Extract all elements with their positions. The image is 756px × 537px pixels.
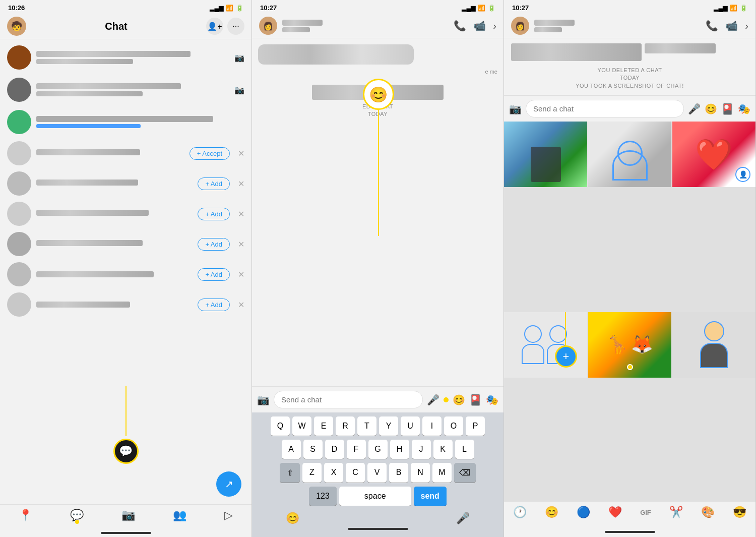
add-button[interactable]: + Add — [198, 208, 230, 220]
key-space[interactable]: space — [339, 487, 411, 506]
sticker-cell-heart[interactable]: ❤️ 👤 — [672, 122, 755, 187]
key-y[interactable]: Y — [379, 416, 398, 436]
key-w[interactable]: W — [292, 416, 311, 436]
sticker-cell-avatar1[interactable] — [588, 122, 671, 187]
palette-icon[interactable]: 🎨 — [701, 506, 715, 519]
chat-input-2[interactable] — [274, 391, 423, 408]
chat-nav-highlight[interactable]: 💬 — [113, 439, 139, 464]
bitmoji-sticker-icon[interactable]: 🔵 — [577, 506, 590, 519]
gif-icon[interactable]: GIF — [640, 509, 651, 516]
add-button[interactable]: + Add — [198, 238, 230, 251]
key-backspace[interactable]: ⌫ — [454, 463, 476, 483]
chat-input-3[interactable] — [526, 100, 684, 117]
key-g[interactable]: G — [368, 440, 388, 459]
list-item[interactable]: + Add ✕ — [0, 168, 251, 199]
emoji-sticker-icon[interactable]: 😊 — [545, 506, 558, 519]
key-i[interactable]: I — [422, 416, 442, 436]
key-n[interactable]: N — [411, 463, 430, 483]
sticker-icon[interactable]: 🎴 — [469, 394, 482, 406]
add-button[interactable]: + Add — [198, 299, 230, 311]
sticker-cell-avatar3[interactable] — [672, 312, 755, 378]
list-item[interactable] — [0, 106, 251, 138]
list-item[interactable]: 📷 — [0, 41, 251, 74]
nav-friends[interactable]: 👥 — [173, 509, 186, 522]
key-q[interactable]: Q — [271, 416, 290, 436]
key-k[interactable]: K — [433, 440, 453, 459]
recent-icon[interactable]: 🕐 — [513, 506, 527, 519]
user-avatar[interactable]: 🧒 — [7, 17, 26, 36]
bitmoji-icon[interactable]: 🎭 — [486, 394, 498, 406]
list-item[interactable]: 📷 — [0, 74, 251, 106]
nav-map[interactable]: 📍 — [19, 509, 32, 522]
key-b[interactable]: B — [389, 463, 408, 483]
key-e[interactable]: E — [314, 416, 333, 436]
nav-chat[interactable]: 💬 — [70, 509, 84, 522]
sticker-icon-3[interactable]: 🎴 — [721, 103, 734, 115]
key-z[interactable]: Z — [302, 463, 322, 483]
dismiss-button[interactable]: ✕ — [238, 179, 244, 189]
dismiss-button[interactable]: ✕ — [238, 240, 244, 249]
key-r[interactable]: R — [336, 416, 355, 436]
list-item[interactable]: + Add ✕ — [0, 199, 251, 229]
key-shift[interactable]: ⇧ — [280, 463, 300, 483]
dismiss-button[interactable]: ✕ — [238, 149, 244, 158]
list-item[interactable]: + Add ✕ — [0, 289, 251, 320]
compose-fab[interactable]: ↗ — [216, 471, 241, 497]
emoji-input-icon-3[interactable]: 😊 — [705, 103, 717, 115]
nav-camera[interactable]: 📷 — [121, 509, 135, 522]
key-u[interactable]: U — [401, 416, 420, 436]
key-a[interactable]: A — [282, 440, 301, 459]
add-button[interactable]: + Add — [198, 177, 230, 190]
key-m[interactable]: M — [432, 463, 452, 483]
heart-sticker-icon[interactable]: ❤️ — [608, 506, 622, 519]
chat-info — [36, 271, 193, 277]
sticker-cell-avatars2[interactable]: + — [504, 312, 587, 378]
accept-button[interactable]: + Accept — [190, 147, 230, 160]
dismiss-button[interactable]: ✕ — [238, 270, 244, 279]
video-icon-3[interactable]: 📹 — [725, 20, 738, 32]
video-icon[interactable]: 📹 — [473, 20, 486, 32]
call-icon-3[interactable]: 📞 — [706, 20, 718, 32]
mic-kb-icon[interactable]: 🎤 — [456, 512, 470, 525]
microphone-icon[interactable]: 🎤 — [427, 394, 439, 406]
key-p[interactable]: P — [466, 416, 485, 436]
key-h[interactable]: H — [390, 440, 409, 459]
key-c[interactable]: C — [346, 463, 365, 483]
more-icon-3[interactable]: › — [745, 20, 748, 32]
more-icon[interactable]: › — [493, 20, 496, 32]
list-item[interactable]: + Accept ✕ — [0, 138, 251, 168]
key-x[interactable]: X — [324, 463, 343, 483]
key-t[interactable]: T — [357, 416, 376, 436]
key-123[interactable]: 123 — [309, 487, 337, 506]
nav-spotlight[interactable]: ▷ — [224, 509, 233, 522]
sunglasses-icon[interactable]: 😎 — [733, 506, 746, 519]
camera-input-icon-3[interactable]: 📷 — [509, 103, 522, 115]
key-send[interactable]: send — [414, 487, 447, 506]
key-f[interactable]: F — [347, 440, 366, 459]
bitmoji-icon-3[interactable]: 🎭 — [738, 103, 750, 115]
wifi-icon-2: 📶 — [478, 5, 485, 12]
emoji-input-icon[interactable]: 😊 — [453, 394, 465, 406]
list-item[interactable]: + Add ✕ — [0, 259, 251, 289]
dismiss-button[interactable]: ✕ — [238, 209, 244, 219]
add-friend-button[interactable]: 👤+ — [206, 18, 223, 35]
key-d[interactable]: D — [325, 440, 344, 459]
add-button[interactable]: + Add — [198, 268, 230, 281]
sticker-cell-photo[interactable] — [504, 122, 587, 187]
key-s[interactable]: S — [303, 440, 323, 459]
dismiss-button[interactable]: ✕ — [238, 300, 244, 310]
scissors-icon[interactable]: ✂️ — [669, 506, 683, 519]
key-v[interactable]: V — [367, 463, 387, 483]
more-options-button[interactable]: ··· — [227, 18, 244, 35]
add-sticker-button[interactable]: + — [555, 345, 577, 368]
emoji-highlight-circle[interactable]: 😊 — [363, 79, 394, 110]
camera-input-icon[interactable]: 📷 — [257, 394, 270, 406]
key-o[interactable]: O — [444, 416, 463, 436]
sticker-cell-characters[interactable]: 🦒 🦊 — [588, 312, 671, 378]
emoji-kb-icon[interactable]: 😊 — [286, 512, 299, 525]
list-item[interactable]: + Add ✕ — [0, 229, 251, 259]
call-icon[interactable]: 📞 — [454, 20, 466, 32]
key-l[interactable]: L — [455, 440, 474, 459]
key-j[interactable]: J — [412, 440, 431, 459]
microphone-icon-3[interactable]: 🎤 — [688, 103, 701, 115]
